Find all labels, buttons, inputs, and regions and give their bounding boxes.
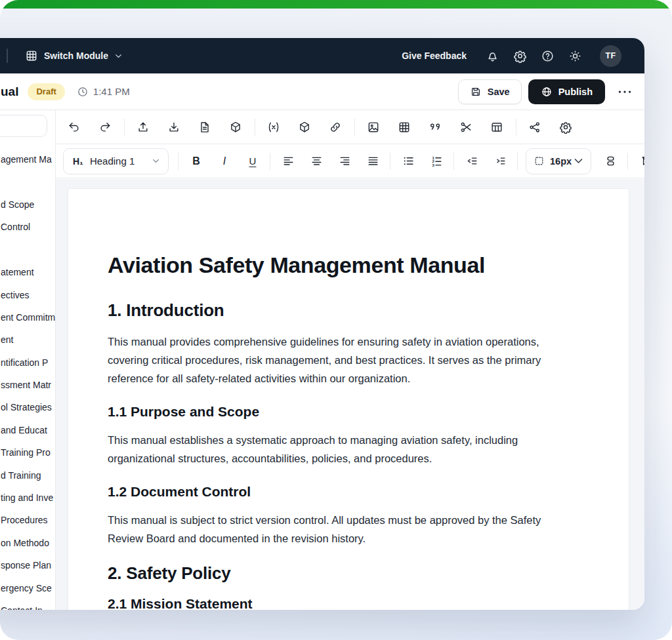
doc-h2[interactable]: 2. Safety Policy bbox=[108, 563, 575, 584]
upload-icon bbox=[136, 121, 150, 134]
redo-button[interactable] bbox=[93, 115, 117, 139]
gear-icon bbox=[559, 121, 572, 134]
toc-item[interactable]: ent bbox=[0, 329, 55, 351]
link-button[interactable] bbox=[324, 115, 347, 139]
image-button[interactable] bbox=[362, 115, 385, 139]
scissors-button[interactable] bbox=[454, 115, 478, 139]
scissors-icon bbox=[459, 121, 472, 134]
heading-style-select[interactable]: H₁ Heading 1 bbox=[63, 148, 169, 174]
toc-item[interactable]: Contact In bbox=[0, 599, 55, 610]
toc-item[interactable]: Control bbox=[0, 216, 55, 238]
file-text-icon bbox=[198, 121, 211, 134]
link-icon bbox=[329, 121, 342, 134]
align-left-button[interactable] bbox=[277, 150, 299, 172]
header-divider bbox=[7, 49, 8, 63]
toc-item[interactable]: atement bbox=[0, 261, 55, 283]
toc-item[interactable]: on Methodo bbox=[0, 532, 55, 554]
doc-h3[interactable]: 1.2 Document Control bbox=[108, 483, 575, 500]
font-size-select[interactable]: 16px bbox=[526, 148, 591, 174]
cube-icon bbox=[229, 121, 242, 134]
file-text-button[interactable] bbox=[193, 115, 217, 139]
app-header: Switch Module Give Feedback TF bbox=[0, 38, 644, 73]
redo-icon bbox=[98, 121, 112, 134]
chevron-down-icon bbox=[114, 52, 123, 60]
doc-p[interactable]: This manual provides comprehensive guide… bbox=[108, 332, 575, 388]
toc-item[interactable]: sponse Plan bbox=[0, 554, 55, 576]
align-center-button[interactable] bbox=[305, 150, 327, 172]
list-ordered-icon: 123 bbox=[430, 155, 443, 167]
toc-item[interactable]: d Scope bbox=[0, 193, 55, 216]
bold-button[interactable]: B bbox=[185, 150, 207, 172]
quote-button[interactable] bbox=[423, 115, 447, 139]
gear-icon[interactable] bbox=[513, 49, 527, 63]
clock-icon bbox=[77, 86, 89, 98]
switch-module-button[interactable]: Switch Module bbox=[25, 49, 123, 62]
doc-h3[interactable]: 2.1 Mission Statement bbox=[108, 595, 575, 610]
chevron-down-icon bbox=[573, 155, 584, 167]
upload-button[interactable] bbox=[131, 115, 155, 139]
heading-level-icon: H₁ bbox=[73, 156, 83, 167]
download-button[interactable] bbox=[162, 115, 186, 139]
toc-item[interactable]: ssment Matr bbox=[0, 374, 55, 396]
doc-h3[interactable]: 1.1 Purpose and Scope bbox=[108, 403, 575, 420]
more-options-button[interactable] bbox=[616, 83, 633, 100]
outdent-icon bbox=[466, 155, 478, 167]
toc-item[interactable]: ectives bbox=[0, 283, 55, 306]
toc-item-empty bbox=[0, 170, 55, 193]
doc-h1[interactable]: Aviation Safety Management Manual bbox=[108, 252, 575, 278]
divider bbox=[124, 119, 125, 136]
toc-item[interactable]: ergency Sce bbox=[0, 576, 55, 599]
indent-button[interactable] bbox=[489, 150, 511, 172]
toc-item[interactable]: ol Strategies bbox=[0, 396, 55, 418]
divider bbox=[516, 119, 516, 136]
avatar[interactable]: TF bbox=[600, 45, 621, 67]
grid-button[interactable] bbox=[392, 115, 416, 139]
align-center-icon bbox=[310, 155, 323, 167]
variable-button[interactable] bbox=[262, 115, 285, 139]
toc-item[interactable]: and Educat bbox=[0, 419, 55, 441]
toc-item[interactable]: ting and Inve bbox=[0, 487, 55, 509]
toc-item[interactable]: d Training bbox=[0, 464, 55, 486]
toc-item[interactable]: ent Commitm bbox=[0, 306, 55, 329]
document-page[interactable]: Aviation Safety Management Manual1. Intr… bbox=[68, 189, 629, 610]
bookmark-x-icon bbox=[640, 155, 645, 167]
divider bbox=[270, 153, 270, 170]
publish-button[interactable]: Publish bbox=[528, 79, 605, 104]
cube-button[interactable] bbox=[224, 115, 247, 139]
gear-button[interactable] bbox=[554, 115, 578, 139]
save-button[interactable]: Save bbox=[458, 79, 522, 104]
document-title: ual bbox=[1, 85, 18, 99]
align-right-button[interactable] bbox=[333, 150, 356, 172]
share-button[interactable] bbox=[523, 115, 547, 139]
give-feedback-link[interactable]: Give Feedback bbox=[402, 50, 467, 61]
table-icon bbox=[490, 121, 503, 134]
line-spacing-icon bbox=[604, 155, 617, 167]
bookmark-x-button[interactable] bbox=[635, 150, 644, 172]
doc-p[interactable]: This manual is subject to strict version… bbox=[108, 511, 575, 548]
toc-item[interactable]: agement Ma bbox=[0, 148, 55, 170]
app-grid-icon bbox=[25, 49, 38, 62]
help-icon[interactable] bbox=[541, 49, 555, 63]
theme-toggle-icon[interactable] bbox=[568, 49, 582, 63]
italic-button[interactable]: I bbox=[213, 150, 236, 172]
toc-item[interactable]: Procedures bbox=[0, 509, 55, 531]
line-spacing-button[interactable] bbox=[599, 150, 621, 172]
app-window: Switch Module Give Feedback TF ual Draft bbox=[0, 38, 644, 610]
outdent-button[interactable] bbox=[461, 150, 483, 172]
dotted-box-icon bbox=[534, 155, 545, 167]
underline-button[interactable]: U bbox=[242, 150, 264, 172]
align-justify-button[interactable] bbox=[362, 150, 384, 172]
doc-h2[interactable]: 1. Introduction bbox=[108, 300, 575, 321]
bell-icon[interactable] bbox=[486, 49, 499, 63]
list-bullet-button[interactable] bbox=[397, 150, 419, 172]
undo-button[interactable] bbox=[62, 115, 86, 139]
align-right-icon bbox=[339, 155, 351, 167]
doc-p[interactable]: This manual establishes a systematic app… bbox=[108, 431, 575, 468]
cube-button[interactable] bbox=[293, 115, 316, 139]
formatting-toolbar: H₁ Heading 1 B I U 123 16px bbox=[56, 144, 644, 178]
list-ordered-button[interactable]: 123 bbox=[425, 150, 448, 172]
sidebar-search-input[interactable] bbox=[0, 115, 47, 137]
toc-item[interactable]: Training Pro bbox=[0, 441, 55, 464]
table-button[interactable] bbox=[485, 115, 509, 139]
toc-item[interactable]: ntification P bbox=[0, 351, 55, 374]
